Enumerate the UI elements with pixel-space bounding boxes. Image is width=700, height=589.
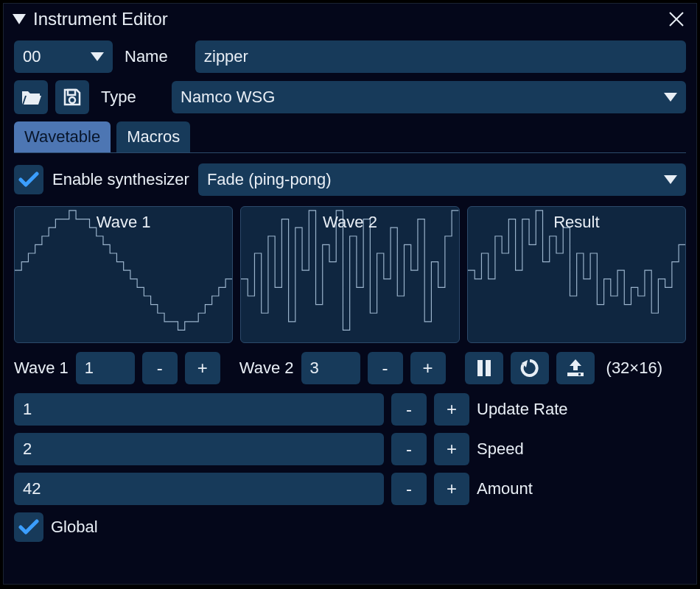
enable-synth-checkbox[interactable] (14, 165, 43, 194)
wave1-plot (15, 207, 232, 342)
save-icon (63, 88, 82, 107)
svg-rect-2 (68, 90, 75, 95)
svg-marker-9 (570, 359, 581, 370)
window-body: 00 Name zipper Type (4, 35, 696, 548)
amount-label: Amount (477, 479, 533, 498)
upload-button[interactable] (556, 352, 595, 384)
speed-input[interactable]: 2 (14, 433, 384, 465)
pause-button[interactable] (465, 352, 503, 384)
update-rate-input[interactable]: 1 (14, 393, 384, 426)
enable-synth-label: Enable synthesizer (52, 170, 189, 189)
speed-label: Speed (477, 440, 524, 459)
chevron-down-icon (664, 93, 677, 102)
global-label: Global (51, 518, 98, 537)
type-value: Namco WSG (181, 88, 275, 107)
synth-mode-select[interactable]: Fade (ping-pong) (198, 163, 686, 196)
wave2-preview[interactable]: Wave 2 (240, 206, 459, 343)
svg-rect-6 (477, 360, 483, 376)
speed-minus-button[interactable]: - (391, 433, 427, 465)
restart-icon (520, 359, 539, 378)
svg-marker-4 (664, 93, 677, 102)
type-label: Type (97, 88, 164, 107)
titlebar: Instrument Editor (4, 4, 696, 35)
collapse-icon[interactable] (13, 14, 26, 24)
amount-value: 42 (23, 479, 41, 498)
global-checkbox[interactable] (14, 512, 43, 542)
wave2-value: 3 (310, 359, 319, 378)
result-preview[interactable]: Result (467, 206, 686, 343)
check-icon (18, 171, 39, 188)
name-label: Name (120, 47, 188, 66)
result-plot (468, 207, 685, 342)
pause-icon (477, 360, 491, 376)
check-icon (18, 518, 39, 536)
wave2-value-input[interactable]: 3 (301, 352, 360, 384)
wave1-preview[interactable]: Wave 1 (14, 206, 233, 343)
speed-plus-button[interactable]: + (434, 433, 469, 465)
chevron-down-icon (664, 175, 677, 184)
close-icon[interactable] (665, 8, 687, 30)
wave2-minus-button[interactable]: - (368, 352, 403, 384)
svg-marker-0 (13, 14, 26, 24)
update-rate-label: Update Rate (477, 400, 568, 419)
amount-minus-button[interactable]: - (391, 473, 427, 505)
name-value: zipper (204, 47, 248, 66)
wave1-value-input[interactable]: 1 (76, 352, 135, 384)
update-rate-plus-button[interactable]: + (434, 393, 469, 426)
tabs: Wavetable Macros (14, 121, 686, 153)
type-select[interactable]: Namco WSG (172, 81, 686, 113)
upload-icon (566, 359, 585, 377)
save-button[interactable] (55, 80, 89, 114)
svg-rect-11 (578, 373, 581, 375)
wave1-plus-button[interactable]: + (185, 352, 220, 384)
svg-rect-10 (567, 373, 584, 376)
name-input[interactable]: zipper (195, 40, 686, 73)
wave2-label: Wave 2 (239, 359, 294, 378)
amount-plus-button[interactable]: + (434, 473, 469, 505)
tab-macros[interactable]: Macros (116, 121, 190, 152)
svg-marker-5 (664, 175, 677, 184)
synth-mode-value: Fade (ping-pong) (207, 170, 332, 189)
tab-wavetable[interactable]: Wavetable (14, 121, 111, 152)
chevron-down-icon (91, 52, 104, 61)
wave1-minus-button[interactable]: - (142, 352, 178, 384)
wave-dimensions: (32×16) (606, 359, 662, 378)
svg-rect-7 (486, 360, 491, 376)
wave2-plus-button[interactable]: + (410, 352, 446, 384)
update-rate-minus-button[interactable]: - (391, 393, 427, 426)
instrument-index-select[interactable]: 00 (14, 40, 113, 73)
open-button[interactable] (14, 80, 48, 114)
svg-point-3 (69, 97, 75, 103)
speed-value: 2 (23, 440, 32, 459)
svg-marker-1 (91, 52, 104, 61)
window-title: Instrument Editor (33, 9, 665, 29)
update-rate-value: 1 (23, 400, 32, 419)
amount-input[interactable]: 42 (14, 473, 384, 505)
restart-button[interactable] (511, 352, 549, 384)
instrument-index-value: 00 (23, 47, 41, 66)
instrument-editor-window: Instrument Editor 00 Name zipper (3, 3, 697, 585)
wave1-label: Wave 1 (14, 359, 69, 378)
wave1-value: 1 (85, 359, 94, 378)
folder-open-icon (21, 88, 41, 106)
wave2-plot (241, 207, 458, 342)
